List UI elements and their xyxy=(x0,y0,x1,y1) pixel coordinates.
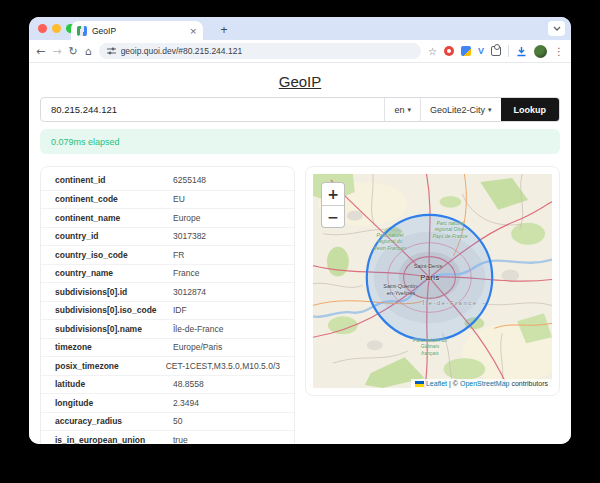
site-settings-icon xyxy=(107,47,116,55)
table-row: accuracy_radius 50 xyxy=(41,412,294,431)
extensions-puzzle-icon[interactable] xyxy=(491,46,501,56)
new-tab-button[interactable]: + xyxy=(215,21,233,39)
field-value: 2.3494 xyxy=(173,398,280,408)
field-name: is_in_european_union xyxy=(55,435,173,444)
url-text: geoip.quoi.dev/#80.215.244.121 xyxy=(121,46,242,56)
map-favicon-icon xyxy=(77,26,87,36)
language-value: en xyxy=(394,105,404,115)
database-select[interactable]: GeoLite2-City ▾ xyxy=(420,98,501,121)
field-name: subdivisions[0].name xyxy=(55,324,173,334)
tab-search-button[interactable] xyxy=(548,21,565,36)
field-value: Europe/Paris xyxy=(173,342,280,352)
database-value: GeoLite2-City xyxy=(430,105,485,115)
map-zoom-control: + − xyxy=(321,182,345,228)
browser-tab-geoip[interactable]: GeoIP × xyxy=(71,21,203,40)
browser-menu-icon[interactable]: ⋮ xyxy=(554,46,564,57)
field-value: IDF xyxy=(173,305,280,315)
traffic-lights xyxy=(38,24,75,33)
table-row: timezone Europe/Paris xyxy=(41,338,294,357)
chevron-down-icon: ▾ xyxy=(407,106,411,114)
field-name: subdivisions[0].iso_code xyxy=(55,305,173,315)
table-row: posix_timezone CET-1CEST,M3.5.0,M10.5.0/… xyxy=(41,356,294,375)
field-name: continent_name xyxy=(55,213,173,223)
table-row: subdivisions[0].iso_code IDF xyxy=(41,301,294,320)
lookup-button[interactable]: Lookup xyxy=(501,98,560,121)
field-name: continent_code xyxy=(55,194,173,204)
downloads-icon[interactable] xyxy=(516,46,527,57)
map-card: Parc naturel régional du Vexin Français … xyxy=(305,166,560,396)
field-name: country_name xyxy=(55,268,173,278)
zoom-out-button[interactable]: − xyxy=(322,205,344,227)
geoip-result-table: continent_id 6255148 continent_code EU c… xyxy=(40,166,295,444)
chevron-down-icon: ▾ xyxy=(488,106,492,114)
result-layout: continent_id 6255148 continent_code EU c… xyxy=(40,166,560,444)
field-value: 6255148 xyxy=(173,175,280,185)
tab-strip: GeoIP × + xyxy=(29,17,571,40)
copyright-symbol: © xyxy=(453,380,458,387)
field-value: France xyxy=(173,268,280,278)
chevron-down-icon xyxy=(553,26,561,31)
elapsed-text: 0.079ms elapsed xyxy=(51,137,120,147)
desktop-background: GeoIP × + ← → ↻ ⌂ g xyxy=(0,0,600,483)
table-row: continent_code EU xyxy=(41,190,294,209)
openstreetmap-link[interactable]: OpenStreetMap xyxy=(460,380,509,387)
table-row: country_iso_code FR xyxy=(41,245,294,264)
table-row: continent_id 6255148 xyxy=(41,171,294,190)
back-button[interactable]: ← xyxy=(36,46,45,57)
field-value: Île-de-France xyxy=(173,324,280,334)
minimize-window-button[interactable] xyxy=(52,24,61,33)
field-name: continent_id xyxy=(55,175,173,185)
table-row: latitude 48.8558 xyxy=(41,375,294,394)
attribution-separator: | xyxy=(449,380,451,387)
extension-icon-red[interactable] xyxy=(444,46,454,56)
field-value: 48.8558 xyxy=(173,379,280,389)
lookup-form: en ▾ GeoLite2-City ▾ Lookup xyxy=(40,97,560,122)
field-name: country_id xyxy=(55,231,173,241)
extension-icon-v[interactable]: V xyxy=(478,46,484,56)
home-button[interactable]: ⌂ xyxy=(85,46,92,57)
field-name: latitude xyxy=(55,379,173,389)
table-row: continent_name Europe xyxy=(41,208,294,227)
map-attribution: Leaflet | © OpenStreetMap contributors xyxy=(411,379,552,388)
close-window-button[interactable] xyxy=(38,24,47,33)
table-row: longitude 2.3494 xyxy=(41,393,294,412)
table-row: country_id 3017382 xyxy=(41,227,294,246)
browser-window: GeoIP × + ← → ↻ ⌂ g xyxy=(29,17,571,444)
zoom-in-button[interactable]: + xyxy=(322,183,344,205)
field-value: 3017382 xyxy=(173,231,280,241)
reload-button[interactable]: ↻ xyxy=(68,46,77,57)
tab-close-icon[interactable]: × xyxy=(189,26,197,36)
field-name: longitude xyxy=(55,398,173,408)
field-value: CET-1CEST,M3.5.0,M10.5.0/3 xyxy=(166,361,280,371)
field-name: timezone xyxy=(55,342,173,352)
field-value: Europe xyxy=(173,213,280,223)
leaflet-link[interactable]: Leaflet xyxy=(426,380,447,387)
forward-button[interactable]: → xyxy=(52,46,61,57)
field-value: 3012874 xyxy=(173,287,280,297)
page-title-link[interactable]: GeoIP xyxy=(279,73,322,90)
field-name: country_iso_code xyxy=(55,250,173,260)
field-value: true xyxy=(173,435,280,444)
ip-input[interactable] xyxy=(41,98,384,121)
ukraine-flag-icon xyxy=(415,381,424,387)
table-row: is_in_european_union true xyxy=(41,430,294,444)
profile-avatar[interactable] xyxy=(534,45,547,58)
map-tiles xyxy=(313,174,552,388)
field-value: 50 xyxy=(173,416,280,426)
contributors-text: contributors xyxy=(511,380,548,387)
field-value: FR xyxy=(173,250,280,260)
table-row: country_name France xyxy=(41,264,294,283)
table-row: subdivisions[0].id 3012874 xyxy=(41,282,294,301)
elapsed-status-banner: 0.079ms elapsed xyxy=(40,129,560,154)
address-bar[interactable]: geoip.quoi.dev/#80.215.244.121 xyxy=(99,43,421,59)
field-value: EU xyxy=(173,194,280,204)
browser-toolbar: ← → ↻ ⌂ geoip.quoi.dev/#80.215.244.121 ☆… xyxy=(29,40,571,63)
field-name: subdivisions[0].id xyxy=(55,287,173,297)
bookmark-star-icon[interactable]: ☆ xyxy=(428,46,437,57)
extension-icon-blue-yellow[interactable] xyxy=(461,46,471,56)
field-name: posix_timezone xyxy=(55,361,166,371)
leaflet-map[interactable]: Parc naturel régional du Vexin Français … xyxy=(313,174,552,388)
field-name: accuracy_radius xyxy=(55,416,173,426)
language-select[interactable]: en ▾ xyxy=(384,98,420,121)
toolbar-divider xyxy=(508,45,509,57)
